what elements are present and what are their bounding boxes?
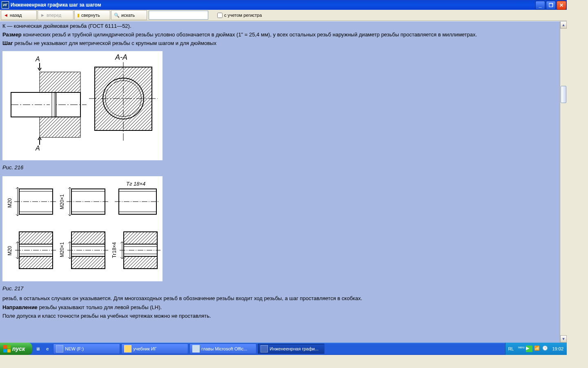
scroll-track[interactable] — [560, 29, 567, 335]
windows-logo-icon — [3, 345, 11, 352]
collapse-button[interactable]: ▮свернуть — [74, 10, 110, 20]
svg-rect-26 — [19, 256, 53, 269]
taskbar-item[interactable]: NEW (F:) — [53, 343, 120, 354]
forward-arrow-icon: ► — [40, 13, 45, 18]
svg-text:M20×1: M20×1 — [59, 242, 65, 257]
collapse-icon: ▮ — [77, 13, 80, 18]
svg-text:M20×1: M20×1 — [59, 194, 65, 209]
figure-216: A A — [2, 51, 163, 160]
svg-text:Тг18×4: Тг18×4 — [111, 242, 117, 258]
window-title: Инженеенрная графика шаг за шагом — [11, 2, 535, 8]
case-sensitive-checkbox[interactable] — [217, 13, 223, 18]
taskbar-item[interactable]: Инженеенрная графи... — [258, 343, 325, 354]
folder-icon — [124, 345, 131, 352]
svg-rect-0 — [40, 72, 80, 92]
scroll-thumb[interactable] — [561, 86, 566, 103]
app-icon: ИГ — [2, 1, 9, 9]
search-icon: 🔍 — [114, 13, 120, 18]
scroll-up-button[interactable]: ▲ — [560, 21, 567, 29]
svg-rect-3 — [40, 117, 80, 137]
svg-text:M20: M20 — [7, 198, 13, 208]
svg-rect-1 — [11, 92, 80, 117]
system-tray: RL nero ▶ 📶 🕒 19:02 — [505, 343, 567, 355]
section-arrow-label: A — [35, 145, 40, 152]
section-arrow-label: A — [35, 56, 40, 63]
tray-network-icon[interactable]: 📶 — [534, 346, 541, 352]
svg-rect-33 — [71, 256, 105, 269]
svg-text:Тг 18×4: Тг 18×4 — [126, 181, 145, 187]
minimize-button[interactable]: _ — [535, 1, 545, 10]
text-paragraph: резьб, в остальных случаях он указываетс… — [2, 295, 558, 302]
close-button[interactable]: ✕ — [557, 1, 566, 10]
tray-nero-icon[interactable]: nero — [518, 346, 524, 352]
taskbar-item[interactable]: учебник ИГ — [121, 343, 188, 354]
app-icon — [261, 345, 268, 352]
back-button[interactable]: ◄назад — [1, 10, 37, 20]
vertical-scrollbar[interactable]: ▲ ▼ — [560, 21, 567, 343]
back-arrow-icon: ◄ — [4, 13, 8, 18]
svg-rect-40 — [124, 256, 157, 269]
case-sensitive-option[interactable]: с учетом регистра — [216, 11, 262, 19]
tray-icon[interactable]: ▶ — [526, 346, 532, 352]
text-paragraph: Направление резьбы указывают только для … — [2, 304, 558, 311]
figure-217: M20 M20×1 Тг 18×4 — [2, 176, 163, 281]
word-icon — [192, 345, 200, 352]
search-button[interactable]: 🔍искать — [111, 10, 147, 20]
tray-volume-icon[interactable]: 🕒 — [542, 346, 549, 352]
document-content: К — коническая дюймовая резьба (ГОСТ 611… — [0, 21, 560, 343]
text-paragraph: Поле допуска и класс точности резьбы на … — [2, 312, 558, 320]
figure-caption: Рис. 217 — [2, 285, 558, 292]
forward-button[interactable]: ►вперед — [38, 10, 74, 20]
app-icon — [56, 345, 63, 352]
text-paragraph: Шаг резьбы не указывают для метрической … — [2, 40, 558, 47]
svg-rect-25 — [19, 232, 53, 244]
titlebar: ИГ Инженеенрная графика шаг за шагом _ ❐… — [0, 0, 567, 10]
text-line: К — коническая дюймовая резьба (ГОСТ 611… — [2, 22, 558, 30]
svg-text:M20: M20 — [7, 246, 13, 256]
section-label: A-A — [115, 53, 127, 61]
start-button[interactable]: пуск — [0, 343, 32, 355]
maximize-button[interactable]: ❐ — [546, 1, 556, 10]
toolbar: ◄назад ►вперед ▮свернуть 🔍искать с учето… — [0, 10, 567, 21]
language-indicator[interactable]: RL — [508, 346, 514, 351]
svg-rect-32 — [71, 232, 105, 244]
quicklaunch-browser-icon[interactable]: e — [43, 344, 52, 353]
taskbar: пуск 🖥 e NEW (F:) учебник ИГ главы Micro… — [0, 343, 567, 355]
text-paragraph: Размер конических резьб и трубной цилинд… — [2, 31, 558, 38]
quicklaunch-desktop-icon[interactable]: 🖥 — [33, 344, 42, 353]
scroll-down-button[interactable]: ▼ — [560, 335, 567, 343]
figure-caption: Рис. 216 — [2, 164, 558, 171]
taskbar-item[interactable]: главы Microsoft Offic... — [189, 343, 256, 354]
svg-rect-39 — [124, 232, 157, 244]
clock[interactable]: 19:02 — [552, 346, 564, 351]
search-input[interactable] — [149, 11, 208, 20]
